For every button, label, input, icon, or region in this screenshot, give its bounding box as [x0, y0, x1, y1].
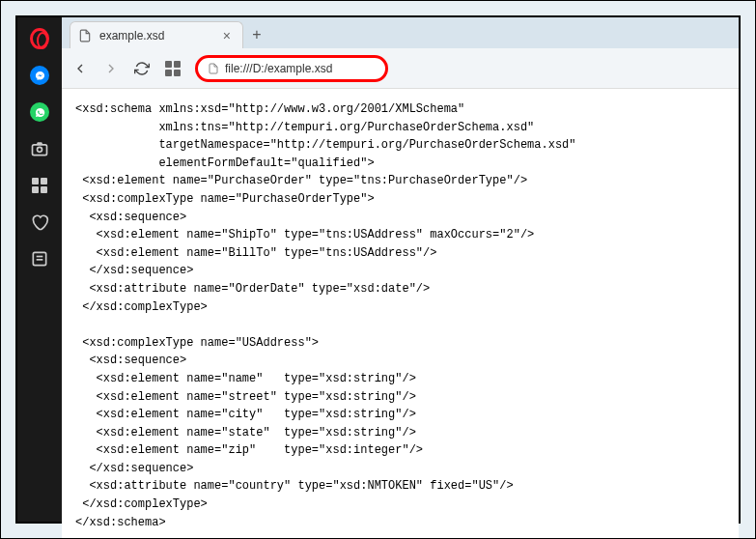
forward-button[interactable]: [102, 60, 120, 77]
camera-icon[interactable]: [30, 139, 49, 158]
tab-bar: example.xsd × +: [62, 17, 739, 48]
tab-active[interactable]: example.xsd ×: [70, 21, 243, 48]
tab-title: example.xsd: [99, 29, 211, 43]
address-bar[interactable]: file:///D:/example.xsd: [195, 55, 388, 82]
news-icon[interactable]: [30, 249, 49, 269]
file-icon: [78, 29, 92, 43]
reload-button[interactable]: [133, 60, 151, 77]
address-text: file:///D:/example.xsd: [225, 62, 376, 75]
svg-point-1: [38, 147, 42, 152]
page-content: <xsd:schema xmlns:xsd="http://www.w3.org…: [62, 89, 739, 539]
opera-logo-icon[interactable]: [30, 29, 49, 48]
close-icon[interactable]: ×: [219, 28, 235, 43]
whatsapp-icon[interactable]: [30, 102, 49, 122]
sidebar: [17, 17, 62, 522]
heart-icon[interactable]: [30, 213, 49, 232]
messenger-icon[interactable]: [30, 66, 49, 85]
navigation-bar: file:///D:/example.xsd: [62, 48, 739, 89]
file-icon: [208, 63, 219, 74]
back-button[interactable]: [71, 60, 89, 77]
svg-rect-0: [33, 145, 47, 156]
speeddial-nav-icon[interactable]: [164, 60, 182, 77]
new-tab-button[interactable]: +: [243, 21, 270, 48]
speeddial-icon[interactable]: [30, 176, 49, 195]
